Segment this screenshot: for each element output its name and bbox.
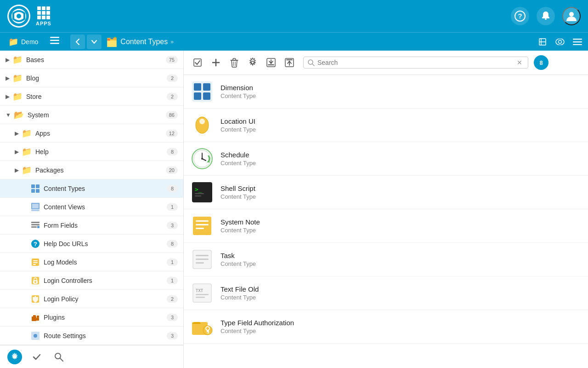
sidebar-item-help-doc-urls[interactable]: ▶ ? Help Doc URLs 8	[0, 235, 183, 253]
footer-search-button[interactable]	[51, 350, 66, 364]
list-item-info: System Note Content Type	[220, 218, 581, 234]
list-item-dimension[interactable]: Dimension Content Type	[184, 75, 588, 109]
eye-icon-button[interactable]	[553, 35, 567, 49]
svg-rect-89	[196, 294, 209, 295]
chevron-right-icon: ▶	[6, 93, 10, 100]
search-clear-button[interactable]: ✕	[515, 59, 524, 66]
svg-line-45	[60, 358, 63, 361]
user-avatar-button[interactable]	[562, 7, 581, 25]
sidebar-item-bases[interactable]: ▶ 📁 Bases 75	[0, 51, 183, 69]
svg-point-73	[201, 158, 203, 160]
sidebar-item-help[interactable]: ▶ 📁 Help 8	[0, 143, 183, 161]
second-bar-actions	[536, 35, 584, 49]
sidebar-item-plugins[interactable]: ▶ Plugins 3	[0, 308, 183, 327]
svg-rect-95	[207, 332, 208, 333]
list-item-subtitle: Content Type	[220, 92, 581, 99]
sidebar-item-count: 8	[167, 240, 178, 247]
sidebar-item-content-views[interactable]: ▶ Content Views 1	[0, 198, 183, 216]
svg-rect-31	[33, 262, 38, 263]
sidebar-menu-button[interactable]	[46, 35, 63, 48]
svg-rect-82	[196, 228, 204, 229]
list-item-location-ui[interactable]: Location UI Content Type	[184, 109, 588, 142]
sidebar-item-blog[interactable]: ▶ 📁 Blog 2	[0, 69, 183, 87]
sidebar-item-packages[interactable]: ▶ 📁 Packages 20	[0, 161, 183, 179]
sidebar-item-apps[interactable]: ▶ 📁 Apps 12	[0, 124, 183, 143]
sidebar-item-route-settings[interactable]: ▶ Route Settings 3	[0, 327, 183, 345]
sidebar-item-login-policy[interactable]: ▶ Login Policy 2	[0, 290, 183, 308]
svg-rect-86	[196, 262, 204, 264]
sidebar-item-count: 20	[166, 167, 178, 174]
apps-nav-icon[interactable]: APPS	[36, 6, 51, 26]
svg-rect-26	[37, 226, 40, 228]
folder-icon: 📁	[12, 73, 23, 83]
footer-settings-button[interactable]	[7, 350, 22, 364]
svg-point-2	[17, 14, 21, 18]
sidebar-item-count: 3	[167, 332, 178, 339]
hamburger-menu-button[interactable]	[571, 35, 584, 49]
sidebar-item-label: Plugins	[44, 314, 167, 321]
list-item-subtitle: Content Type	[220, 126, 581, 133]
svg-rect-9	[50, 43, 59, 44]
list-item-system-note[interactable]: System Note Content Type	[184, 209, 588, 243]
svg-rect-13	[573, 39, 582, 40]
sidebar-item-count: 1	[167, 203, 178, 211]
svg-rect-80	[196, 220, 209, 222]
svg-rect-23	[31, 222, 40, 223]
export-button[interactable]	[281, 54, 298, 71]
list-item-shell-script[interactable]: >_ Shell Script Content Type	[184, 176, 588, 209]
sidebar-item-label: Log Models	[44, 259, 167, 266]
svg-rect-87	[193, 284, 211, 302]
svg-point-12	[559, 40, 562, 43]
open-icon-button[interactable]	[536, 35, 549, 49]
nav-dropdown-button[interactable]	[87, 34, 102, 49]
list-item-task[interactable]: Task Content Type	[184, 243, 588, 276]
list-item-schedule[interactable]: Schedule Content Type	[184, 142, 588, 176]
notifications-button[interactable]	[537, 7, 555, 25]
list-item-type-field-auth[interactable]: Type Field Authorization Content Type	[184, 310, 588, 344]
settings-button[interactable]	[244, 54, 261, 71]
sidebar-item-system[interactable]: ▼ 📂 System 86	[0, 106, 183, 124]
svg-point-42	[34, 334, 37, 338]
svg-rect-18	[31, 189, 35, 193]
svg-rect-21	[32, 204, 39, 208]
svg-rect-77	[195, 193, 204, 194]
sidebar-item-count: 86	[166, 111, 178, 119]
list-item-text-file-old[interactable]: TXT Text File Old Content Type	[184, 276, 588, 310]
sidebar-footer	[0, 345, 183, 368]
svg-rect-64	[194, 92, 201, 100]
sidebar-item-form-fields[interactable]: ▶ Form Fields 3	[0, 216, 183, 235]
sidebar-item-count: 12	[166, 130, 178, 137]
import-button[interactable]	[263, 54, 279, 71]
login-ctrl-icon	[31, 276, 40, 285]
svg-rect-16	[31, 184, 35, 188]
log-models-icon	[31, 258, 40, 267]
svg-rect-63	[203, 83, 210, 91]
sidebar: ▶ 📁 Bases 75 ▶ 📁 Blog 2 ▶ 📁 Store 2 ▼ 📂 …	[0, 51, 184, 368]
help-button[interactable]: ?	[511, 7, 529, 25]
demo-folder-button[interactable]: 📁 Demo	[4, 35, 43, 49]
svg-rect-22	[31, 210, 40, 211]
svg-line-60	[312, 64, 314, 66]
help-doc-icon: ?	[31, 239, 40, 248]
select-all-button[interactable]	[189, 54, 206, 71]
footer-check-button[interactable]	[29, 350, 44, 364]
logo[interactable]	[7, 5, 30, 28]
sidebar-item-login-controllers[interactable]: ▶ Login Controllers 1	[0, 271, 183, 290]
breadcrumb-more-icon: »	[170, 39, 174, 45]
svg-point-44	[55, 353, 61, 359]
sidebar-item-log-models[interactable]: ▶ Log Models 1	[0, 253, 183, 271]
svg-rect-32	[33, 264, 36, 265]
sidebar-item-label: Bases	[26, 56, 166, 63]
svg-rect-81	[196, 224, 209, 225]
delete-button[interactable]	[226, 54, 243, 71]
search-input[interactable]	[317, 59, 515, 66]
sidebar-item-store[interactable]: ▶ 📁 Store 2	[0, 87, 183, 106]
list-item-info: Task Content Type	[220, 252, 581, 267]
sidebar-item-label: Content Types	[44, 185, 167, 192]
nav-back-button[interactable]	[70, 34, 85, 49]
add-button[interactable]	[208, 54, 224, 71]
breadcrumb-label: Content Types	[120, 38, 168, 46]
sidebar-item-content-types[interactable]: ▶ Content Types 8	[0, 179, 183, 198]
list-item-title: Location UI	[220, 117, 581, 125]
list-item-subtitle: Content Type	[220, 328, 581, 334]
